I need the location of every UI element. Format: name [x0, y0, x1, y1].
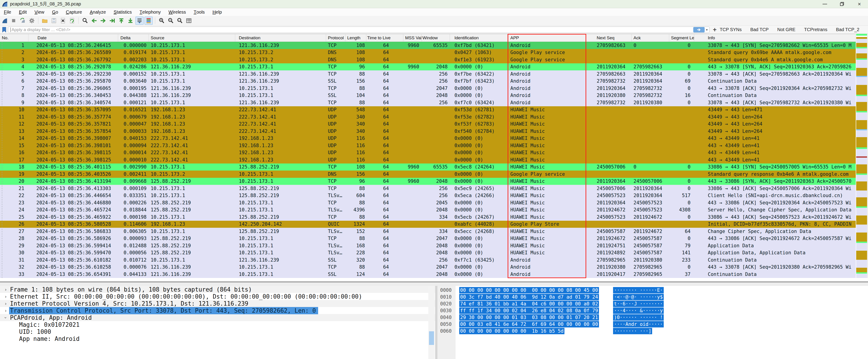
column-header-ttl[interactable]: Time to Live: [366, 34, 403, 41]
capture-options-icon[interactable]: [28, 17, 36, 25]
scrollbar-track[interactable]: [867, 34, 868, 278]
zoom-out-icon[interactable]: [166, 17, 175, 25]
menu-telephony[interactable]: Telephony: [136, 8, 164, 16]
go-first-icon[interactable]: [117, 17, 125, 25]
save-file-icon[interactable]: [50, 17, 58, 25]
detail-line[interactable]: UID: 1000: [0, 328, 435, 335]
hex-bytes[interactable]: 00 00 00 00 00 00 00 00 00 00 00 00 08 0…: [459, 287, 599, 293]
menu-edit[interactable]: Edit: [15, 8, 30, 16]
packet-row-21[interactable]: 212024-05-13 08:25:36.4133030.00010910.2…: [0, 185, 856, 192]
open-file-icon[interactable]: [41, 17, 49, 25]
filter-shortcut-bad-tcp[interactable]: Bad TCP: [750, 27, 769, 32]
hex-bytes[interactable]: 00 00 00 00 00 00 00 00 1b 16 b5 5d: [459, 328, 564, 334]
close-button[interactable]: ×: [851, 0, 868, 8]
detail-line[interactable]: App name: Android: [0, 335, 435, 342]
go-last-icon[interactable]: [126, 17, 134, 25]
hex-ascii[interactable]: )0······ ······ !: [613, 314, 664, 321]
packet-row-25[interactable]: 252024-05-13 08:25:36.4659220.00019810.2…: [0, 214, 856, 221]
packet-row-13[interactable]: 132024-05-13 08:25:36.3578540.000033192.…: [0, 128, 856, 135]
column-header-ack[interactable]: Ack: [632, 34, 669, 41]
reload-file-icon[interactable]: [68, 17, 76, 25]
hex-ascii[interactable]: ·<··@·@· ······y$: [613, 294, 664, 300]
zoom-in-icon[interactable]: [157, 17, 166, 25]
horizontal-splitter-band[interactable]: [0, 282, 868, 286]
start-capture-icon[interactable]: [0, 17, 9, 25]
detail-line[interactable]: Magic: 0x01072021: [0, 321, 435, 328]
restore-button[interactable]: [833, 0, 851, 8]
packet-row-24[interactable]: 242024-05-13 08:25:36.4657240.018844125.…: [0, 206, 856, 214]
packet-row-20[interactable]: 202024-05-13 08:25:36.4131940.009668125.…: [0, 178, 856, 185]
hex-row[interactable]: 006000 00 00 00 00 00 00 00 1b 16 b5 5d·…: [437, 328, 868, 334]
stop-capture-icon[interactable]: [9, 17, 18, 25]
auto-scroll-icon[interactable]: [135, 17, 144, 25]
column-header-source[interactable]: Source: [149, 34, 235, 41]
go-back-icon[interactable]: [90, 17, 98, 25]
packet-row-1[interactable]: 12024-05-13 08:25:36.2464150.00000010.21…: [0, 42, 856, 49]
hex-bytes[interactable]: ff ff 1f 34 00 00 02 04 26 e8 04 02 08 0…: [459, 307, 599, 314]
packet-row-5[interactable]: 52024-05-13 08:25:36.2922300.00015210.21…: [0, 70, 856, 78]
hex-row[interactable]: 0030ff ff 1f 34 00 00 02 04 26 e8 04 02 …: [437, 307, 868, 314]
menu-tools[interactable]: Tools: [190, 8, 209, 16]
column-header-info[interactable]: Info: [694, 34, 856, 41]
collapsed-chevron-icon[interactable]: ›: [2, 294, 9, 299]
zoom-reset-icon[interactable]: 1:1: [176, 17, 184, 25]
packet-row-4[interactable]: 42024-05-13 08:25:36.2920780.024286121.3…: [0, 63, 856, 71]
column-header-window[interactable]: Window: [422, 34, 450, 41]
column-header-delta[interactable]: Delta: [118, 34, 149, 41]
restart-capture-icon[interactable]: [19, 17, 27, 25]
filter-dropdown-caret[interactable]: ▾: [706, 28, 709, 32]
expanded-chevron-icon[interactable]: ›: [3, 314, 8, 321]
menu-go[interactable]: Go: [48, 8, 62, 16]
packet-row-18[interactable]: 182024-05-13 08:25:36.4011150.00299010.2…: [0, 163, 856, 171]
go-to-packet-icon[interactable]: [108, 17, 116, 25]
collapsed-chevron-icon[interactable]: ›: [2, 301, 9, 306]
hex-row[interactable]: 001000 3c f7 bd 40 00 40 06 9d 12 0a d7 …: [437, 294, 868, 300]
column-header-seg_len[interactable]: Segment Len: [669, 34, 694, 41]
column-header-next_seq[interactable]: Next Seq: [586, 34, 632, 41]
menu-file[interactable]: File: [0, 8, 15, 16]
packet-row-16[interactable]: 162024-05-13 08:25:36.3981150.000014222.…: [0, 149, 856, 157]
hex-row[interactable]: 005000 00 03 e8 41 6e 64 72 6f 69 64 00 …: [437, 321, 868, 328]
packet-row-22[interactable]: 222024-05-13 08:25:36.4466540.03335110.2…: [0, 192, 856, 199]
column-header-no[interactable]: No.: [0, 34, 28, 41]
filter-apply-button[interactable]: [693, 27, 705, 32]
menu-wireless[interactable]: Wireless: [165, 8, 190, 16]
detail-line[interactable]: ›Internet Protocol Version 4, Src: 10.21…: [0, 300, 435, 307]
colorize-packets-icon[interactable]: [145, 17, 153, 25]
scrollbar-thumb[interactable]: [429, 331, 434, 345]
filter-shortcut-tcpretrans[interactable]: TCPretrans: [804, 27, 827, 32]
hex-ascii[interactable]: ········ ······E·: [613, 287, 664, 293]
hex-row[interactable]: 004029 30 00 00 00 00 01 03 03 08 00 00 …: [437, 314, 868, 321]
packet-row-31[interactable]: 312024-05-13 08:25:36.6101820.01071210.2…: [0, 256, 856, 264]
column-header-destination[interactable]: Destination: [235, 34, 326, 41]
detail-line[interactable]: ›PCAPdroid, App: Android: [0, 314, 435, 321]
filter-add-button[interactable]: +: [713, 26, 716, 33]
hex-row[interactable]: 002074 ef 81 36 01 bb a1 4a 04 c6 00 00 …: [437, 300, 868, 307]
packet-row-3[interactable]: 32024-05-13 08:25:36.2677920.00220310.21…: [0, 56, 856, 63]
packet-row-14[interactable]: 142024-05-13 08:25:36.3980070.040153222.…: [0, 135, 856, 142]
hex-row[interactable]: 000000 00 00 00 00 00 00 00 00 00 00 00 …: [437, 287, 868, 294]
packet-row-32[interactable]: 322024-05-13 08:25:36.6102580.000076121.…: [0, 264, 856, 271]
packet-row-8[interactable]: 82024-05-13 08:25:36.3404530.044388121.3…: [0, 92, 856, 99]
menu-analyze[interactable]: Analyze: [86, 8, 110, 16]
hex-ascii[interactable]: ········ ···]: [613, 328, 652, 334]
detail-line[interactable]: ›Ethernet II, Src: 00:00:00_00:00:00 (00…: [0, 293, 435, 300]
hex-bytes[interactable]: 74 ef 81 36 01 bb a1 4a 04 c6 00 00 00 0…: [459, 301, 599, 307]
detail-pane-scrollbar[interactable]: [428, 286, 435, 359]
menu-capture[interactable]: Capture: [62, 8, 86, 16]
packet-row-15[interactable]: 152024-05-13 08:25:36.3981010.000094222.…: [0, 142, 856, 149]
packet-row-11[interactable]: 112024-05-13 08:25:36.3577740.000679192.…: [0, 113, 856, 121]
hex-ascii[interactable]: ···4···· &······y: [613, 307, 664, 314]
packet-row-29[interactable]: 292024-05-13 08:25:36.5994140.012488125.…: [0, 242, 856, 249]
filter-bookmark-icon[interactable]: [2, 27, 7, 33]
find-packet-icon[interactable]: [81, 17, 89, 25]
vertical-splitter[interactable]: [435, 286, 437, 359]
column-header-ident[interactable]: Identification: [450, 34, 507, 41]
filter-shortcut-bad-tcp-2[interactable]: Bad TCP_2: [836, 27, 859, 32]
hex-bytes[interactable]: 29 30 00 00 00 00 01 03 03 08 00 00 01 0…: [459, 314, 599, 321]
packet-row-7[interactable]: 72024-05-13 08:25:36.2960650.000195121.3…: [0, 85, 856, 92]
packet-row-2[interactable]: 22024-05-13 08:25:36.2655890.01917410.21…: [0, 49, 856, 56]
packet-row-23[interactable]: 232024-05-13 08:25:36.4468800.000226125.…: [0, 199, 856, 206]
packet-row-28[interactable]: 282024-05-13 08:25:36.5869260.000093125.…: [0, 235, 856, 242]
packet-row-30[interactable]: 302024-05-13 08:25:36.5994700.000056125.…: [0, 249, 856, 257]
